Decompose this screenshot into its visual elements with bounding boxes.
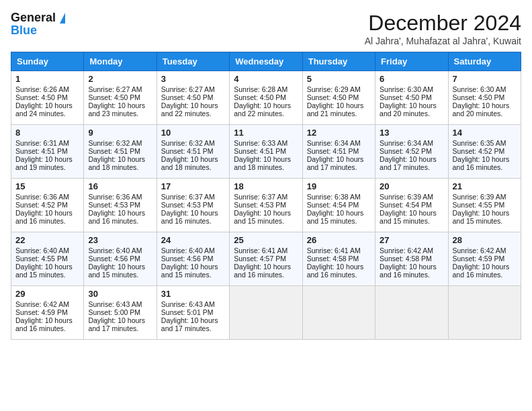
cell-line: Daylight: 10 hours [15,101,79,109]
cell-line: Sunrise: 6:30 AM [380,85,443,93]
cell-line: Sunset: 4:55 PM [453,201,517,209]
calendar-cell: 18Sunrise: 6:37 AMSunset: 4:53 PMDayligh… [230,179,302,232]
cell-line: and 23 minutes. [88,109,152,118]
calendar-cell: 22Sunrise: 6:40 AMSunset: 4:55 PMDayligh… [11,232,84,286]
calendar-month-title: December 2024 [365,11,521,36]
day-number: 3 [161,74,225,84]
cell-line: Sunrise: 6:39 AM [380,193,443,201]
cell-line: Sunrise: 6:27 AM [161,85,225,93]
day-number: 28 [453,235,517,245]
cell-line: and 21 minutes. [307,109,371,118]
day-number: 22 [15,235,79,245]
calendar-cell [375,286,448,340]
calendar-week-row: 29Sunrise: 6:42 AMSunset: 4:59 PMDayligh… [11,286,521,340]
calendar-cell: 28Sunrise: 6:42 AMSunset: 4:59 PMDayligh… [448,232,521,286]
cell-line: Sunset: 4:53 PM [88,201,152,209]
cell-line: Sunset: 4:52 PM [15,201,79,209]
day-number: 16 [88,181,152,191]
cell-line: and 22 minutes. [161,109,225,118]
logo-shape-icon [60,13,65,24]
cell-line: Sunset: 4:54 PM [380,201,443,209]
cell-line: Daylight: 10 hours [380,101,443,109]
cell-line: Sunrise: 6:36 AM [15,193,79,201]
cell-line: Sunset: 4:51 PM [88,147,152,155]
cell-line: Sunrise: 6:36 AM [88,193,152,201]
cell-line: Sunrise: 6:30 AM [453,85,517,93]
cell-line: Daylight: 10 hours [161,155,225,163]
calendar-cell: 24Sunrise: 6:40 AMSunset: 4:56 PMDayligh… [157,232,229,286]
cell-line: and 16 minutes. [15,217,79,225]
day-number: 15 [15,181,79,191]
calendar-cell: 7Sunrise: 6:30 AMSunset: 4:50 PMDaylight… [448,71,521,125]
calendar-title-section: December 2024 Al Jahra', Muhafazat al Ja… [365,11,521,46]
day-number: 11 [234,128,298,138]
calendar-cell: 15Sunrise: 6:36 AMSunset: 4:52 PMDayligh… [11,179,84,232]
cell-line: Sunrise: 6:42 AM [380,246,443,255]
cell-line: Daylight: 10 hours [161,263,225,271]
day-number: 12 [307,128,371,138]
day-number: 29 [15,289,79,299]
cell-line: Sunrise: 6:40 AM [161,246,225,255]
cell-line: Sunrise: 6:29 AM [307,85,371,93]
cell-line: and 16 minutes. [15,324,79,332]
calendar-cell: 6Sunrise: 6:30 AMSunset: 4:50 PMDaylight… [375,71,448,125]
day-number: 19 [307,181,371,191]
cell-line: Daylight: 10 hours [234,209,298,217]
col-header-saturday: Saturday [448,52,521,71]
day-number: 5 [307,74,371,84]
cell-line: Sunrise: 6:38 AM [307,193,371,201]
cell-line: Sunset: 4:51 PM [161,147,225,155]
cell-line: Daylight: 10 hours [234,263,298,271]
cell-line: Daylight: 10 hours [307,155,371,163]
cell-line: Sunset: 4:56 PM [161,255,225,263]
cell-line: Sunset: 4:50 PM [161,93,225,101]
cell-line: and 22 minutes. [234,109,298,118]
cell-line: Sunset: 4:50 PM [453,93,517,101]
cell-line: Sunset: 4:54 PM [307,201,371,209]
cell-line: and 16 minutes. [453,163,517,171]
page-header: General Blue December 2024 Al Jahra', Mu… [11,11,521,46]
cell-line: Daylight: 10 hours [88,209,152,217]
calendar-cell: 21Sunrise: 6:39 AMSunset: 4:55 PMDayligh… [448,179,521,232]
calendar-cell: 16Sunrise: 6:36 AMSunset: 4:53 PMDayligh… [84,179,157,232]
cell-line: Daylight: 10 hours [15,209,79,217]
cell-line: and 16 minutes. [88,217,152,225]
logo-general-text: General [11,11,56,25]
cell-line: Sunrise: 6:32 AM [88,139,152,147]
cell-line: Sunset: 4:52 PM [380,147,443,155]
cell-line: Sunrise: 6:42 AM [15,300,79,308]
calendar-cell: 19Sunrise: 6:38 AMSunset: 4:54 PMDayligh… [302,179,375,232]
cell-line: and 15 minutes. [307,217,371,225]
calendar-cell: 10Sunrise: 6:32 AMSunset: 4:51 PMDayligh… [157,125,229,179]
cell-line: and 24 minutes. [15,109,79,118]
cell-line: Sunrise: 6:37 AM [234,193,298,201]
calendar-week-row: 1Sunrise: 6:26 AMSunset: 4:50 PMDaylight… [11,71,521,125]
calendar-cell: 30Sunrise: 6:43 AMSunset: 5:00 PMDayligh… [84,286,157,340]
cell-line: Sunrise: 6:32 AM [161,139,225,147]
cell-line: Daylight: 10 hours [234,155,298,163]
cell-line: Sunrise: 6:35 AM [453,139,517,147]
cell-line: and 16 minutes. [380,271,443,279]
cell-line: Daylight: 10 hours [15,263,79,271]
calendar-location: Al Jahra', Muhafazat al Jahra', Kuwait [365,36,521,46]
calendar-cell: 26Sunrise: 6:41 AMSunset: 4:58 PMDayligh… [302,232,375,286]
cell-line: Daylight: 10 hours [307,101,371,109]
cell-line: Sunset: 4:53 PM [161,201,225,209]
calendar-cell: 17Sunrise: 6:37 AMSunset: 4:53 PMDayligh… [157,179,229,232]
cell-line: and 15 minutes. [234,217,298,225]
cell-line: Sunset: 4:50 PM [88,93,152,101]
cell-line: Sunset: 4:51 PM [15,147,79,155]
cell-line: and 17 minutes. [380,163,443,171]
cell-line: Sunrise: 6:28 AM [234,85,298,93]
col-header-sunday: Sunday [11,52,84,71]
cell-line: Sunrise: 6:40 AM [15,246,79,255]
cell-line: Daylight: 10 hours [453,101,517,109]
col-header-tuesday: Tuesday [157,52,229,71]
cell-line: Sunrise: 6:41 AM [234,246,298,255]
day-number: 18 [234,181,298,191]
cell-line: Sunset: 4:52 PM [453,147,517,155]
day-number: 21 [453,181,517,191]
cell-line: Daylight: 10 hours [15,155,79,163]
day-number: 9 [88,128,152,138]
cell-line: Daylight: 10 hours [453,155,517,163]
